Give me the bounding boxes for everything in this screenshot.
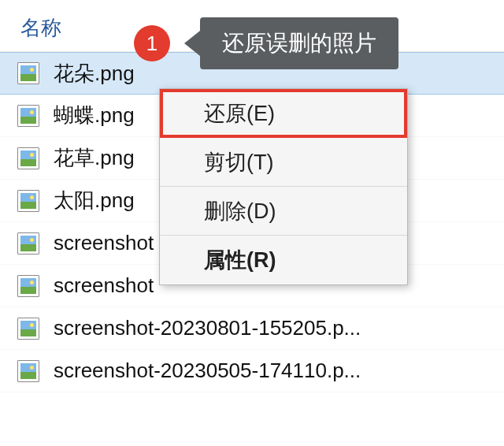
step-badge: 1 [134, 25, 170, 61]
file-name: screenshot-20230505-174110.p... [54, 359, 361, 383]
image-file-icon [17, 105, 39, 127]
file-name: screenshot-20230801-155205.p... [54, 316, 361, 340]
image-file-icon [17, 360, 39, 382]
file-name: 蝴蝶.png [54, 102, 135, 129]
file-row[interactable]: screenshot-20230801-155205.p... [0, 307, 504, 350]
image-file-icon [17, 147, 39, 169]
file-name: 花草.png [54, 144, 135, 172]
image-file-icon [17, 62, 39, 84]
menu-item-properties[interactable]: 属性(R) [160, 236, 407, 284]
annotation-callout: 1 还原误删的照片 [134, 17, 398, 69]
image-file-icon [17, 318, 39, 340]
menu-item-cut[interactable]: 剪切(T) [160, 138, 407, 187]
callout-arrow-icon [184, 31, 200, 56]
file-name: screenshot [54, 231, 154, 255]
file-name: 花朵.png [54, 60, 135, 87]
context-menu: 还原(E) 剪切(T) 删除(D) 属性(R) [159, 88, 408, 285]
file-name: 太阳.png [54, 187, 135, 214]
image-file-icon [17, 190, 39, 212]
callout-label: 还原误删的照片 [200, 17, 398, 69]
image-file-icon [17, 275, 39, 297]
file-row[interactable]: screenshot-20230505-174110.p... [0, 350, 504, 392]
menu-item-delete[interactable]: 删除(D) [160, 187, 407, 236]
menu-item-restore[interactable]: 还原(E) [160, 89, 407, 138]
file-name: screenshot [54, 273, 154, 298]
image-file-icon [17, 232, 39, 255]
